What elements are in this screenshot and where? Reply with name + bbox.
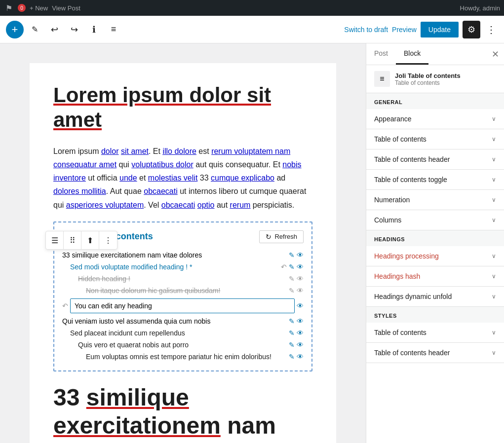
accordion-label: Columns [374,216,401,224]
editor-toolbar: + ✎ ↩ ↪ ℹ ≡ Switch to draft Preview Upda… [0,16,504,43]
toc-item-icons: ✎ 👁 [289,329,304,337]
accordion-toc-header: Table of contents header ∨ [366,149,504,170]
block-move-button[interactable]: ⬆ [81,231,99,249]
accordion-appearance-header[interactable]: Appearance ∨ [366,109,504,129]
toc-view-icon[interactable]: 👁 [297,251,304,259]
accordion-toc-toggle-btn[interactable]: Table of contents toggle ∨ [366,170,504,189]
body-link-unde[interactable]: unde [119,174,137,182]
body-link-nobis[interactable]: nobis [282,160,301,169]
accordion-styles-toc-header: Table of contents header ∨ [366,343,504,363]
body-link-cumque[interactable]: cumque explicabo [211,174,274,182]
accordion-headings-processing: Headings processing ∨ [366,246,504,266]
body-link-obcaecati2[interactable]: obcaecati [161,201,195,209]
toc-item: Hidden heading ! ✎ 👁 [62,273,304,285]
info-button[interactable]: ℹ [85,21,103,38]
block-options-button[interactable]: ⋮ [99,231,117,249]
body-link-sit-amet[interactable]: sit amet [121,147,149,155]
toc-edit-icon[interactable]: ✎ [289,341,295,349]
chevron-down-icon: ∨ [492,293,496,300]
toc-view-icon[interactable]: 👁 [297,353,304,361]
toc-item-text: 33 similique exercitationem nam vitae do… [62,251,289,259]
body-link-obcaecati1[interactable]: obcaecati [144,187,178,195]
add-block-button[interactable]: + [6,21,24,38]
accordion-columns-btn[interactable]: Columns ∨ [366,210,504,230]
toc-edit-icon[interactable]: ✎ [289,287,295,295]
accordion-headings-hash: Headings hash ∨ [366,266,504,287]
toc-edit-icon[interactable]: ✎ [289,329,295,337]
accordion-label: Table of contents [374,135,426,143]
toc-view-icon[interactable]: 👁 [297,275,304,283]
toc-edit-icon[interactable]: ✎ [289,251,295,259]
accordion-toc-header-btn[interactable]: Table of contents header ∨ [366,149,504,169]
edit-mode-button[interactable]: ✎ [26,21,43,38]
section-styles-label: STYLES [366,307,504,323]
body-link-illo[interactable]: illo dolore [162,147,196,155]
body-link-optio[interactable]: optio [197,201,215,209]
toc-item-icons: ✎ 👁 [289,317,304,325]
chevron-down-icon: ∨ [492,196,496,203]
new-btn[interactable]: + New [30,4,48,12]
chevron-down-icon: ∨ [492,156,496,163]
body-link-asperiores[interactable]: asperiores voluptatem [66,201,144,209]
toc-view-icon[interactable]: 👁 [297,302,304,310]
chevron-down-icon: ∨ [492,273,496,280]
body-link-voluptatibus[interactable]: voluptatibus dolor [131,160,193,169]
block-type-button[interactable]: ☰ [46,231,64,249]
toc-edit-icon[interactable]: ✎ [289,317,295,325]
accordion-headings-hash-btn[interactable]: Headings hash ∨ [366,266,504,286]
preview-button[interactable]: Preview [392,26,417,34]
accordion-styles-toc-header-btn[interactable]: Table of contents header ∨ [366,343,504,363]
toc-view-icon[interactable]: 👁 [297,341,304,349]
toc-view-icon[interactable]: 👁 [297,263,304,271]
body-link-rerum2[interactable]: rerum [230,201,251,209]
switch-to-draft-button[interactable]: Switch to draft [344,26,388,34]
accordion-styles-toc-btn[interactable]: Table of contents ∨ [366,323,504,342]
accordion-label: Headings processing [374,252,439,260]
toc-view-icon[interactable]: 👁 [297,287,304,295]
accordion-toc-header[interactable]: Table of contents ∨ [366,129,504,149]
sidebar-close-button[interactable]: ✕ [486,45,504,63]
list-view-button[interactable]: ≡ [105,21,122,38]
toc-view-icon[interactable]: 👁 [297,317,304,325]
update-button[interactable]: Update [421,22,459,37]
notification-badge: 0 [18,4,26,12]
toc-edit-icon[interactable]: ✎ [289,353,295,361]
undo-button[interactable]: ↩ [45,21,63,38]
toc-item: Qui veniam iusto vel assumenda quia cum … [62,315,304,327]
toc-item-text: Quis vero et quaerat nobis aut porro [62,341,289,349]
tab-post[interactable]: Post [366,43,396,65]
toc-view-icon[interactable]: 👁 [297,329,304,337]
toc-reset-icon[interactable]: ↶ [281,263,287,271]
toc-edit-reset-icon[interactable]: ↶ [62,302,68,310]
body-link-inventore[interactable]: inventore [53,174,86,182]
body-link-dolor[interactable]: dolor [101,147,119,155]
toc-item-icons: ↶ ✎ 👁 [281,263,304,271]
body-link-molestias[interactable]: molestias velit [148,174,197,182]
tab-block[interactable]: Block [396,43,428,65]
toc-item-icons: ✎ 👁 [289,275,304,283]
accordion-headings-processing-btn[interactable]: Headings processing ∨ [366,246,504,266]
settings-button[interactable]: ⚙ [463,21,480,38]
view-post-link[interactable]: View Post [52,4,80,12]
section-general-label: GENERAL [366,93,504,109]
accordion-headings-dynamic-unfold-btn[interactable]: Headings dynamic unfold ∨ [366,287,504,306]
toc-edit-input[interactable] [70,298,295,313]
accordion-label: Table of contents header [374,155,450,163]
toc-edit-icon[interactable]: ✎ [289,263,295,271]
post-body: Lorem ipsum dolor sit amet. Et illo dolo… [53,145,312,212]
toc-item: Non itaque dolorum hic galisum quibusdam… [62,285,304,296]
redo-button[interactable]: ↪ [65,21,83,38]
more-options-button[interactable]: ⋮ [484,22,498,37]
toc-edit-icon[interactable]: ✎ [289,275,295,283]
post-title[interactable]: Lorem ipsum dolor sit amet [53,83,312,133]
refresh-button[interactable]: ↻ Refresh [259,230,304,243]
chevron-down-icon: ∨ [492,136,496,143]
sidebar-body: GENERAL Appearance ∨ Table of contents ∨… [366,93,504,443]
block-info-name: Joli Table of contents [395,72,461,79]
section-headings-label: HEADINGS [366,230,504,246]
block-icon-symbol: ≡ [380,74,384,83]
toc-item: 33 similique exercitationem nam vitae do… [62,249,304,261]
body-link-dolores[interactable]: dolores mollitia [53,187,106,195]
accordion-numeration-btn[interactable]: Numeration ∨ [366,190,504,210]
block-drag-handle[interactable]: ⠿ [64,231,81,249]
